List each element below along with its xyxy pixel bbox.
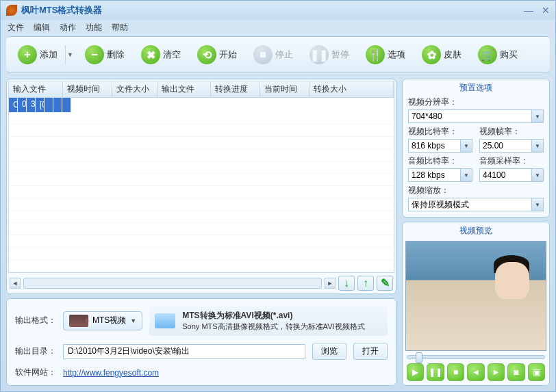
menu-help[interactable]: 帮助: [112, 22, 128, 34]
open-folder-button[interactable]: ▣: [528, 363, 545, 381]
preset-title: 预置选项: [408, 81, 544, 96]
resolution-select[interactable]: [408, 109, 531, 123]
col-progress[interactable]: 转换进度: [210, 81, 260, 98]
app-title: 枫叶MTS格式转换器: [21, 4, 102, 16]
framerate-select[interactable]: [479, 139, 531, 153]
website-link[interactable]: http://www.fengyesoft.com: [63, 368, 159, 378]
seek-slider[interactable]: [407, 355, 545, 359]
menu-action[interactable]: 动作: [60, 22, 76, 34]
play-button[interactable]: ▶: [407, 363, 424, 381]
minimize-button[interactable]: —: [524, 5, 533, 16]
minus-icon: −: [85, 45, 104, 64]
file-list-panel: 输入文件 视频时间 文件大小 输出文件 转换进度 当前时间 转换大小 C:\[0…: [6, 79, 396, 294]
open-button[interactable]: 打开: [353, 343, 388, 360]
preview-title: 视频预览: [405, 224, 546, 239]
delete-button[interactable]: −删除: [79, 42, 131, 68]
pause-button: ❚❚暂停: [303, 42, 355, 68]
col-output[interactable]: 输出文件: [157, 81, 210, 98]
menu-edit[interactable]: 编辑: [34, 22, 50, 34]
stop-button: ■停止: [247, 42, 299, 68]
options-icon: 🍴: [366, 45, 385, 64]
media-pause-button[interactable]: ❚❚: [427, 363, 444, 381]
output-format-label: 输出格式：: [15, 315, 56, 326]
output-dir-input[interactable]: [63, 344, 305, 359]
close-button[interactable]: ✕: [542, 5, 550, 16]
clear-icon: ✖: [141, 45, 160, 64]
col-convsize[interactable]: 转换大小: [309, 81, 394, 98]
scroll-left[interactable]: ◄: [10, 278, 21, 289]
prev-button[interactable]: ◄: [467, 363, 484, 381]
snapshot-button[interactable]: ◙: [507, 363, 525, 381]
preview-image: [405, 241, 546, 351]
video-preview-panel: 视频预览 ▶ ❚❚ ■ ◄ ► ◙ ▣: [402, 222, 550, 386]
website-label: 软件网站：: [15, 367, 56, 378]
video-bitrate-select[interactable]: [408, 139, 460, 153]
output-format-selector[interactable]: MTS视频 ▼: [63, 311, 142, 330]
title-bar: 枫叶MTS格式转换器 — ✕: [1, 1, 555, 20]
toolbar: +添加 ▼ −删除 ✖清空 ⟲开始 ■停止 ❚❚暂停 🍴选项 ✿皮肤 🛒购买: [6, 36, 550, 73]
output-panel: 输出格式： MTS视频 ▼ MTS转换为标准AVI视频(*.avi) Sony …: [6, 298, 396, 386]
arrow-up-icon: ↑: [363, 277, 368, 289]
pencil-icon: ✎: [381, 276, 390, 289]
chevron-down-icon[interactable]: ▼: [531, 168, 544, 182]
chevron-down-icon[interactable]: ▼: [460, 168, 472, 182]
col-input[interactable]: 输入文件: [9, 81, 62, 98]
app-logo-icon: [6, 5, 17, 16]
format-description: MTS转换为标准AVI视频(*.avi) Sony MTS高清摄像视频格式，转换…: [149, 306, 388, 336]
move-up-button[interactable]: ↑: [357, 276, 374, 291]
apple-icon: ✿: [422, 45, 441, 64]
next-button[interactable]: ►: [488, 363, 505, 381]
stop-icon: ■: [253, 45, 273, 64]
video-scale-select[interactable]: [408, 198, 531, 211]
start-button[interactable]: ⟲开始: [191, 42, 243, 68]
table-row[interactable]: C:\[09科幻]... 01:32:50 371.55MB [09科幻]火..…: [9, 98, 62, 112]
cart-icon: 🛒: [478, 45, 497, 64]
folder-icon: [155, 313, 175, 328]
media-stop-button[interactable]: ■: [447, 363, 464, 381]
scroll-right[interactable]: ►: [325, 278, 336, 289]
preset-options-panel: 预置选项 视频分辨率： ▼ 视频比特率： ▼ 视频帧率： ▼ 音频比特率： ▼ …: [402, 79, 550, 218]
arrow-down-icon: ↓: [344, 277, 349, 289]
menu-function[interactable]: 功能: [86, 22, 102, 34]
slider-thumb[interactable]: [416, 352, 422, 363]
add-button[interactable]: +添加: [12, 42, 64, 68]
audio-samplerate-select[interactable]: [479, 168, 531, 182]
options-button[interactable]: 🍴选项: [359, 42, 412, 68]
refresh-icon: ⟲: [197, 45, 216, 64]
buy-button[interactable]: 🛒购买: [472, 42, 524, 68]
col-time[interactable]: 视频时间: [62, 81, 112, 98]
camera-icon: [69, 315, 88, 327]
file-table[interactable]: 输入文件 视频时间 文件大小 输出文件 转换进度 当前时间 转换大小 C:\[0…: [9, 81, 394, 112]
skin-button[interactable]: ✿皮肤: [416, 42, 468, 68]
move-down-button[interactable]: ↓: [338, 276, 355, 291]
menu-file[interactable]: 文件: [8, 22, 24, 34]
chevron-down-icon[interactable]: ▼: [531, 109, 544, 123]
chevron-down-icon[interactable]: ▼: [531, 139, 544, 153]
chevron-down-icon: ▼: [130, 317, 136, 324]
chevron-down-icon[interactable]: ▼: [531, 198, 544, 211]
col-size[interactable]: 文件大小: [112, 81, 157, 98]
chevron-down-icon[interactable]: ▼: [460, 139, 472, 153]
edit-button[interactable]: ✎: [377, 276, 393, 291]
h-scrollbar[interactable]: [23, 278, 322, 289]
output-dir-label: 输出目录：: [15, 345, 56, 357]
plus-icon: +: [18, 45, 37, 64]
menu-bar: 文件 编辑 动作 功能 帮助: [1, 20, 555, 35]
col-curtime[interactable]: 当前时间: [260, 81, 309, 98]
clear-button[interactable]: ✖清空: [135, 42, 187, 68]
app-window: 枫叶MTS格式转换器 — ✕ 文件 编辑 动作 功能 帮助 +添加 ▼ −删除 …: [0, 0, 556, 392]
pause-icon: ❚❚: [309, 45, 329, 64]
audio-bitrate-select[interactable]: [408, 168, 460, 182]
table-empty-area: [9, 112, 394, 272]
add-dropdown[interactable]: ▼: [65, 45, 75, 64]
browse-button[interactable]: 浏览: [312, 343, 346, 360]
